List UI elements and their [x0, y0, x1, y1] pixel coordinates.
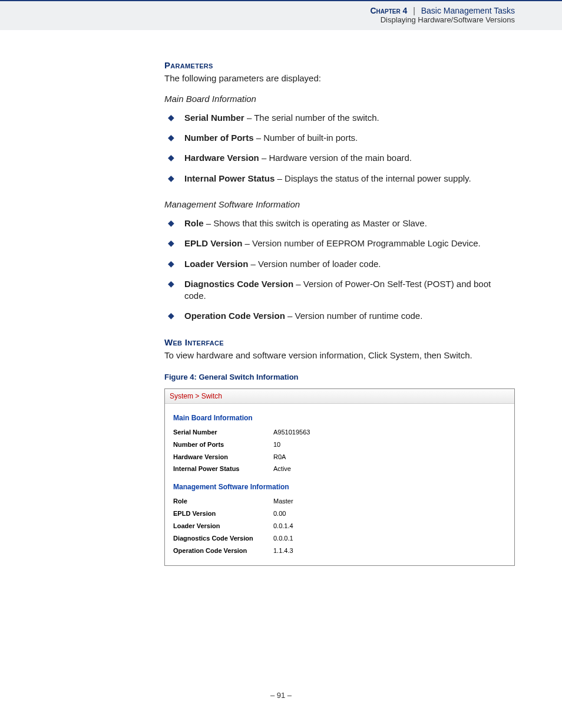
main-board-list: Serial Number – The serial number of the…	[164, 112, 515, 193]
table-row: Hardware VersionR0A	[173, 451, 506, 463]
row-value: 10	[273, 440, 280, 449]
list-item: Hardware Version – Hardware version of t…	[164, 152, 515, 172]
page-header: Chapter 4 | Basic Management Tasks Displ…	[0, 0, 562, 30]
list-item: EPLD Version – Version number of EEPROM …	[164, 238, 515, 258]
table-row: RoleMaster	[173, 495, 506, 508]
list-item: Serial Number – The serial number of the…	[164, 112, 515, 132]
ss-mgmt-title: Management Software Information	[173, 482, 506, 492]
term: Operation Code Version	[184, 311, 285, 321]
desc: – Version number of runtime code.	[285, 311, 422, 321]
table-row: Serial NumberA951019563	[173, 426, 506, 439]
table-row: Operation Code Version1.1.4.3	[173, 545, 506, 557]
row-value: A951019563	[273, 428, 310, 437]
term: Hardware Version	[184, 153, 259, 163]
list-item: Loader Version – Version number of loade…	[164, 258, 515, 278]
list-item: Diagnostics Code Version – Version of Po…	[164, 278, 515, 311]
term: Loader Version	[184, 259, 248, 269]
list-item: Number of Ports – Number of built-in por…	[164, 132, 515, 152]
main-content: Parameters The following parameters are …	[0, 30, 562, 566]
list-item: Internal Power Status – Displays the sta…	[164, 173, 515, 193]
figure-caption: Figure 4: General Switch Information	[164, 372, 515, 383]
main-board-info-title: Main Board Information	[164, 93, 515, 105]
row-key: Number of Ports	[173, 440, 273, 449]
row-key: Hardware Version	[173, 453, 273, 462]
row-value: 0.00	[273, 509, 286, 518]
row-key: Operation Code Version	[173, 546, 273, 555]
row-value: R0A	[273, 453, 286, 462]
breadcrumb: System > Switch	[165, 389, 514, 404]
term: EPLD Version	[184, 238, 242, 248]
table-row: EPLD Version0.00	[173, 508, 506, 520]
table-row: Internal Power StatusActive	[173, 463, 506, 475]
table-row: Number of Ports10	[173, 439, 506, 451]
term: Diagnostics Code Version	[184, 279, 293, 289]
desc: – Shows that this switch is operating as…	[204, 218, 427, 228]
row-value: Master	[273, 497, 293, 506]
row-value: 0.0.1.4	[273, 522, 293, 531]
desc: – The serial number of the switch.	[244, 113, 379, 123]
table-row: Diagnostics Code Version0.0.0.1	[173, 532, 506, 545]
desc: – Displays the status of the internal po…	[275, 173, 471, 183]
term: Serial Number	[184, 113, 244, 123]
list-item: Role – Shows that this switch is operati…	[164, 218, 515, 238]
header-subtitle: Displaying Hardware/Software Versions	[0, 15, 515, 24]
mgmt-software-list: Role – Shows that this switch is operati…	[164, 218, 515, 331]
row-key: EPLD Version	[173, 509, 273, 518]
ss-main-board-title: Main Board Information	[173, 413, 506, 423]
desc: – Number of built-in ports.	[254, 133, 358, 143]
row-value: Active	[273, 465, 291, 473]
web-interface-text: To view hardware and software version in…	[164, 350, 515, 361]
table-row: Loader Version0.0.1.4	[173, 520, 506, 532]
parameters-intro: The following parameters are displayed:	[164, 73, 515, 84]
list-item: Operation Code Version – Version number …	[164, 310, 515, 330]
row-key: Loader Version	[173, 522, 273, 531]
row-key: Role	[173, 497, 273, 506]
desc: – Version number of loader code.	[248, 259, 381, 269]
page-number: – 91 –	[0, 691, 562, 700]
header-title: Basic Management Tasks	[421, 6, 515, 15]
term: Number of Ports	[184, 133, 254, 143]
parameters-heading: Parameters	[164, 60, 515, 71]
desc: – Version number of EEPROM Programmable …	[242, 238, 480, 248]
term: Role	[184, 218, 204, 228]
web-interface-heading: Web Interface	[164, 337, 515, 348]
row-value: 1.1.4.3	[273, 546, 293, 555]
header-chapter: Chapter 4	[370, 6, 407, 15]
term: Internal Power Status	[184, 173, 275, 183]
mgmt-software-title: Management Software Information	[164, 199, 515, 210]
row-value: 0.0.0.1	[273, 534, 293, 543]
desc: – Hardware version of the main board.	[259, 153, 412, 163]
row-key: Serial Number	[173, 428, 273, 437]
header-separator: |	[413, 6, 415, 15]
row-key: Diagnostics Code Version	[173, 534, 273, 543]
row-key: Internal Power Status	[173, 465, 273, 473]
screenshot-panel: System > Switch Main Board Information S…	[164, 388, 515, 566]
